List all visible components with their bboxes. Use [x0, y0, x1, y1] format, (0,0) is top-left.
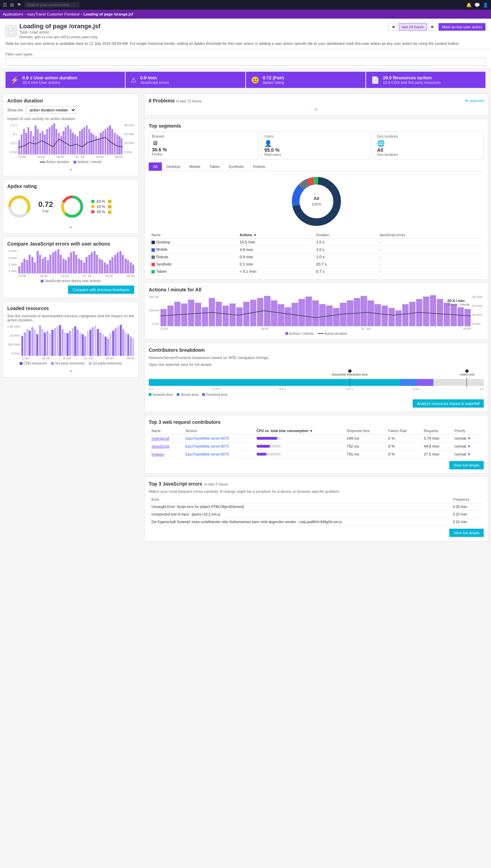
actions-bars: 20.4 / min Actions / minute 12:0018:0022…: [160, 295, 471, 330]
frustrated-dot: [91, 210, 95, 213]
tab-synthetic[interactable]: Synthetic: [224, 162, 248, 171]
filter-label: Filter user types: [6, 52, 485, 56]
segment-duration: 1.0 s: [313, 239, 376, 246]
home-icon[interactable]: ⊞: [10, 2, 14, 8]
watched-badge: 👁 watched: [465, 99, 484, 103]
segment-actions: < 0.1 /min: [237, 268, 313, 275]
frontend-bar: [417, 379, 434, 386]
page-type-icon: 📄: [6, 26, 17, 37]
web-requests-view-btn[interactable]: View full details: [449, 461, 484, 469]
tab-desktop[interactable]: Desktop: [162, 162, 185, 171]
tab-all[interactable]: All: [149, 162, 162, 171]
segments-tabs: All Desktop Mobile Tablet Synthetic Robo…: [149, 162, 484, 171]
wr-response: 791 ms: [344, 450, 386, 458]
je-freq: 0.10 /min: [450, 518, 484, 526]
users-value: 95.0 %: [264, 147, 368, 153]
wr-col-cpu[interactable]: CPU vs. total time consumption ▼: [254, 428, 344, 435]
segment-name: Synthetic: [149, 260, 237, 268]
duration-icon: ⚡: [10, 76, 19, 84]
page-type: Type: Load action: [19, 30, 100, 34]
problems-expand[interactable]: ⌄: [149, 105, 484, 111]
network-bar: [149, 379, 400, 386]
wr-name[interactable]: /orange.jsf: [149, 434, 183, 442]
tolerable-dot: [91, 205, 95, 208]
apdex-ratings-gauge: [60, 194, 84, 219]
apdex-icon: 😐: [251, 76, 259, 84]
wr-service[interactable]: EasyTravelWeb server:8079: [183, 434, 254, 442]
action-duration-chart: 7.5 s 5 s 2.5 s 0 ms 12:0016:0020:0022. …: [7, 123, 134, 159]
segments-row: Browser 🖥 36.6 % Firefox Users 👤 95.0 % …: [149, 131, 484, 160]
analyze-waterfall-btn[interactable]: Analyze resources impact in waterfall: [413, 399, 484, 408]
show-the-label: Show the: [7, 108, 23, 112]
wr-service[interactable]: EasyTravelWeb server:8079: [183, 442, 254, 450]
apdex-gauge: [7, 194, 31, 219]
js-legend-item: JavaScript errors during user actions: [41, 279, 101, 283]
y-axis-right: 30 /min 20 /min 10 /min 0 /min: [122, 123, 134, 159]
chat-icon[interactable]: 💬: [474, 2, 480, 8]
js-errors-header: Top 3 JavaScript errors in last 2 hours: [149, 481, 484, 489]
segment-actions: 0.9 /min: [237, 253, 313, 260]
breadcrumb-current: Loading of page /orange.jsf: [84, 12, 133, 16]
svg-text:All: All: [313, 196, 319, 201]
mark-key-user-btn[interactable]: Mark as key user action: [439, 23, 485, 31]
table-row: Tablet < 0.1 /min 0.7 s -: [149, 268, 484, 275]
table-row: Unexpected end of input - jquery-r10.2.m…: [149, 510, 484, 518]
action-duration-dropdown[interactable]: action duration median: [26, 106, 76, 114]
menu-icon[interactable]: ☰: [3, 2, 7, 8]
wr-response: 194 ms: [344, 434, 386, 442]
wr-failure: 0 %: [385, 442, 421, 450]
left-column: Action duration Show the action duration…: [0, 91, 141, 544]
stat-apdex-main: 0.72 (Fair): [263, 75, 284, 80]
satisfied-dot: [91, 200, 95, 203]
wr-failure: 0 %: [385, 450, 421, 458]
breadcrumb-applications[interactable]: Applications: [3, 12, 23, 16]
flag-icon[interactable]: ⚑: [17, 2, 21, 8]
tolerable-icon: 😐: [107, 204, 112, 209]
top-segments-title: Top segments: [149, 123, 484, 129]
bell-icon[interactable]: 🔔: [466, 2, 472, 8]
segment-js: -: [376, 239, 484, 246]
next-time-btn[interactable]: ▶: [428, 23, 437, 31]
wr-service[interactable]: EasyTravelWeb server:8079: [183, 450, 254, 458]
time-range-btn[interactable]: last 24 hours: [399, 23, 427, 31]
stat-duration-main: 0.9 s User action duration: [22, 75, 77, 80]
resources-legend: CDN resources 3rd party resources 1st pa…: [7, 361, 134, 365]
breadcrumb-frontend[interactable]: easyTravel Customer Frontend: [27, 12, 79, 16]
segment-name: Desktop: [149, 239, 237, 246]
col-actions[interactable]: Actions ▼: [237, 232, 313, 239]
breadcrumb: Applications › easyTravel Customer Front…: [0, 10, 491, 19]
page-title: Loading of page /orange.jsf: [19, 23, 100, 30]
users-icon: 👤: [264, 140, 368, 147]
action-duration-expand[interactable]: ⌄: [7, 165, 134, 172]
segment-name: Tablet: [149, 268, 237, 275]
tab-tablet[interactable]: Tablet: [205, 162, 224, 171]
contributors-sub2: Open the waterfall view for full details…: [149, 362, 484, 367]
wr-name[interactable]: Images: [149, 450, 183, 458]
wr-col-failure: Failure Rate: [385, 428, 421, 435]
segment-js: -: [376, 246, 484, 253]
tab-mobile[interactable]: Mobile: [185, 162, 205, 171]
apdex-expand[interactable]: ⌄: [7, 223, 134, 229]
resources-bars: 12:0016:0020:0022. Jul04:0008:00: [21, 325, 134, 360]
tab-robots[interactable]: Robots: [249, 162, 270, 171]
problems-sub: in last 72 hours: [176, 99, 202, 103]
search-input[interactable]: [24, 2, 79, 8]
js-errors-title: Compare JavaScript errors with user acti…: [7, 241, 134, 247]
browser-label: Browser: [152, 134, 255, 138]
actions-x-labels: 12:0018:0022. Jul06:00: [160, 327, 471, 330]
prev-time-btn[interactable]: ◀: [389, 23, 397, 31]
user-icon[interactable]: 👤: [483, 2, 488, 8]
legend-actions-per-min: Actions / minute: [285, 332, 314, 336]
segment-name: Mobile: [149, 246, 237, 253]
server-legend: Server time: [177, 393, 198, 397]
segment-actions: 14.5 /min: [237, 239, 313, 246]
filter-section: Filter user types: [0, 49, 491, 69]
resources-x-labels: 12:0016:0020:0022. Jul04:0008:00: [21, 357, 134, 360]
wr-name[interactable]: JavaScript: [149, 442, 183, 450]
col-name: Name: [149, 232, 237, 239]
compare-timeframe-btn[interactable]: Compare with previous timeframe: [68, 286, 134, 294]
resources-icon: 📄: [371, 76, 380, 84]
js-errors-view-btn[interactable]: View full details: [449, 529, 484, 537]
resources-expand[interactable]: ⌄: [7, 367, 134, 373]
filter-user-types-input[interactable]: [6, 58, 485, 66]
